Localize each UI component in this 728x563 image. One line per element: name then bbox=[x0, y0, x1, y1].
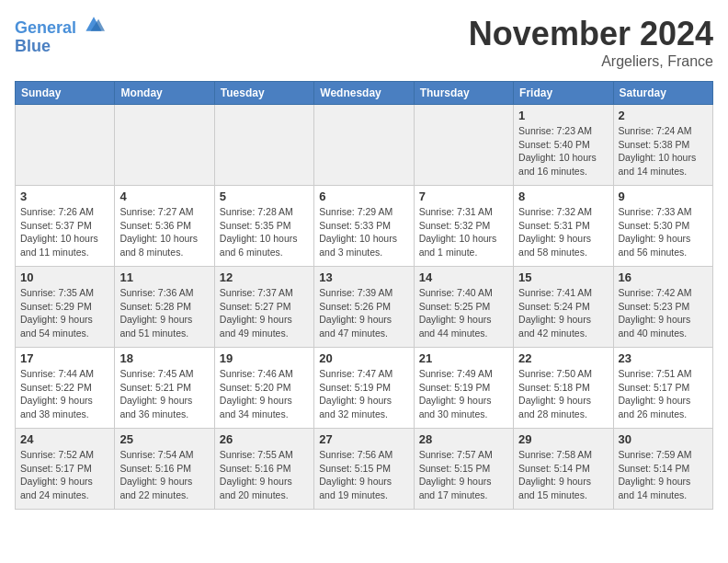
day-number: 4 bbox=[119, 190, 209, 203]
calendar-header-row: SundayMondayTuesdayWednesdayThursdayFrid… bbox=[16, 82, 713, 105]
day-info: Sunrise: 7:51 AM Sunset: 5:17 PM Dayligh… bbox=[619, 367, 708, 421]
day-info: Sunrise: 7:49 AM Sunset: 5:19 PM Dayligh… bbox=[419, 367, 508, 421]
calendar-cell: 30Sunrise: 7:59 AM Sunset: 5:14 PM Dayli… bbox=[613, 429, 712, 510]
day-number: 8 bbox=[518, 190, 608, 203]
calendar-header-tuesday: Tuesday bbox=[214, 82, 313, 105]
calendar-cell: 13Sunrise: 7:39 AM Sunset: 5:26 PM Dayli… bbox=[314, 267, 414, 348]
day-number: 30 bbox=[619, 432, 708, 446]
day-info: Sunrise: 7:28 AM Sunset: 5:35 PM Dayligh… bbox=[220, 205, 309, 259]
calendar-cell bbox=[214, 105, 313, 186]
calendar-cell: 4Sunrise: 7:27 AM Sunset: 5:36 PM Daylig… bbox=[115, 186, 214, 267]
day-info: Sunrise: 7:56 AM Sunset: 5:15 PM Dayligh… bbox=[319, 448, 408, 502]
day-info: Sunrise: 7:54 AM Sunset: 5:16 PM Dayligh… bbox=[119, 448, 209, 502]
day-info: Sunrise: 7:47 AM Sunset: 5:19 PM Dayligh… bbox=[319, 367, 408, 421]
day-number: 13 bbox=[319, 270, 408, 284]
location: Argeliers, France bbox=[469, 53, 713, 70]
day-number: 23 bbox=[619, 351, 708, 365]
calendar-cell bbox=[115, 105, 214, 186]
calendar-cell: 2Sunrise: 7:24 AM Sunset: 5:38 PM Daylig… bbox=[613, 105, 712, 186]
calendar-cell: 9Sunrise: 7:33 AM Sunset: 5:30 PM Daylig… bbox=[613, 186, 712, 267]
day-number: 5 bbox=[220, 190, 309, 203]
calendar-cell: 7Sunrise: 7:31 AM Sunset: 5:32 PM Daylig… bbox=[414, 186, 513, 267]
calendar-cell: 24Sunrise: 7:52 AM Sunset: 5:17 PM Dayli… bbox=[16, 429, 115, 510]
day-number: 10 bbox=[20, 270, 109, 284]
calendar-header-friday: Friday bbox=[514, 82, 613, 105]
calendar-header-sunday: Sunday bbox=[16, 82, 115, 105]
logo-text: General Blue bbox=[15, 15, 105, 56]
day-info: Sunrise: 7:57 AM Sunset: 5:15 PM Dayligh… bbox=[419, 448, 508, 502]
calendar-header-wednesday: Wednesday bbox=[314, 82, 414, 105]
day-number: 29 bbox=[518, 432, 608, 446]
calendar-cell: 18Sunrise: 7:45 AM Sunset: 5:21 PM Dayli… bbox=[115, 348, 214, 429]
calendar-cell bbox=[16, 105, 115, 186]
calendar-cell: 21Sunrise: 7:49 AM Sunset: 5:19 PM Dayli… bbox=[414, 348, 513, 429]
day-info: Sunrise: 7:41 AM Sunset: 5:24 PM Dayligh… bbox=[518, 286, 608, 340]
day-number: 6 bbox=[319, 190, 408, 203]
calendar-cell: 14Sunrise: 7:40 AM Sunset: 5:25 PM Dayli… bbox=[414, 267, 513, 348]
calendar-week-row: 17Sunrise: 7:44 AM Sunset: 5:22 PM Dayli… bbox=[16, 348, 713, 429]
calendar-header-monday: Monday bbox=[115, 82, 214, 105]
day-number: 2 bbox=[619, 109, 708, 122]
calendar-cell: 8Sunrise: 7:32 AM Sunset: 5:31 PM Daylig… bbox=[514, 186, 613, 267]
day-info: Sunrise: 7:55 AM Sunset: 5:16 PM Dayligh… bbox=[220, 448, 309, 502]
day-number: 3 bbox=[20, 190, 109, 203]
day-info: Sunrise: 7:23 AM Sunset: 5:40 PM Dayligh… bbox=[518, 124, 608, 178]
day-number: 21 bbox=[419, 351, 508, 365]
calendar-header-thursday: Thursday bbox=[414, 82, 513, 105]
day-info: Sunrise: 7:29 AM Sunset: 5:33 PM Dayligh… bbox=[319, 205, 408, 259]
calendar-cell: 10Sunrise: 7:35 AM Sunset: 5:29 PM Dayli… bbox=[16, 267, 115, 348]
day-number: 11 bbox=[119, 270, 209, 284]
calendar-cell: 1Sunrise: 7:23 AM Sunset: 5:40 PM Daylig… bbox=[514, 105, 613, 186]
calendar-cell: 26Sunrise: 7:55 AM Sunset: 5:16 PM Dayli… bbox=[214, 429, 313, 510]
day-info: Sunrise: 7:39 AM Sunset: 5:26 PM Dayligh… bbox=[319, 286, 408, 340]
page-header: General Blue November 2024 Argeliers, Fr… bbox=[15, 15, 713, 70]
day-number: 17 bbox=[20, 351, 109, 365]
day-number: 28 bbox=[419, 432, 508, 446]
day-number: 14 bbox=[419, 270, 508, 284]
day-info: Sunrise: 7:31 AM Sunset: 5:32 PM Dayligh… bbox=[419, 205, 508, 259]
day-number: 1 bbox=[518, 109, 608, 122]
day-number: 12 bbox=[220, 270, 309, 284]
logo: General Blue bbox=[15, 15, 105, 56]
day-number: 16 bbox=[619, 270, 708, 284]
calendar-cell bbox=[314, 105, 414, 186]
calendar-week-row: 1Sunrise: 7:23 AM Sunset: 5:40 PM Daylig… bbox=[16, 105, 713, 186]
calendar-week-row: 10Sunrise: 7:35 AM Sunset: 5:29 PM Dayli… bbox=[16, 267, 713, 348]
logo-general: General bbox=[15, 18, 76, 37]
day-info: Sunrise: 7:24 AM Sunset: 5:38 PM Dayligh… bbox=[619, 124, 708, 178]
day-info: Sunrise: 7:40 AM Sunset: 5:25 PM Dayligh… bbox=[419, 286, 508, 340]
day-info: Sunrise: 7:36 AM Sunset: 5:28 PM Dayligh… bbox=[119, 286, 209, 340]
day-info: Sunrise: 7:59 AM Sunset: 5:14 PM Dayligh… bbox=[619, 448, 708, 502]
calendar-cell: 20Sunrise: 7:47 AM Sunset: 5:19 PM Dayli… bbox=[314, 348, 414, 429]
calendar-cell: 27Sunrise: 7:56 AM Sunset: 5:15 PM Dayli… bbox=[314, 429, 414, 510]
calendar-cell: 25Sunrise: 7:54 AM Sunset: 5:16 PM Dayli… bbox=[115, 429, 214, 510]
day-info: Sunrise: 7:46 AM Sunset: 5:20 PM Dayligh… bbox=[220, 367, 309, 421]
calendar-cell: 5Sunrise: 7:28 AM Sunset: 5:35 PM Daylig… bbox=[214, 186, 313, 267]
calendar-table: SundayMondayTuesdayWednesdayThursdayFrid… bbox=[15, 81, 713, 510]
day-number: 26 bbox=[220, 432, 309, 446]
calendar-cell: 29Sunrise: 7:58 AM Sunset: 5:14 PM Dayli… bbox=[514, 429, 613, 510]
day-number: 25 bbox=[119, 432, 209, 446]
calendar-cell: 3Sunrise: 7:26 AM Sunset: 5:37 PM Daylig… bbox=[16, 186, 115, 267]
day-number: 27 bbox=[319, 432, 408, 446]
calendar-cell: 6Sunrise: 7:29 AM Sunset: 5:33 PM Daylig… bbox=[314, 186, 414, 267]
calendar-cell bbox=[414, 105, 513, 186]
day-info: Sunrise: 7:35 AM Sunset: 5:29 PM Dayligh… bbox=[20, 286, 109, 340]
day-info: Sunrise: 7:52 AM Sunset: 5:17 PM Dayligh… bbox=[20, 448, 109, 502]
day-number: 22 bbox=[518, 351, 608, 365]
day-number: 19 bbox=[220, 351, 309, 365]
calendar-week-row: 3Sunrise: 7:26 AM Sunset: 5:37 PM Daylig… bbox=[16, 186, 713, 267]
calendar-cell: 15Sunrise: 7:41 AM Sunset: 5:24 PM Dayli… bbox=[514, 267, 613, 348]
calendar-cell: 16Sunrise: 7:42 AM Sunset: 5:23 PM Dayli… bbox=[613, 267, 712, 348]
day-info: Sunrise: 7:45 AM Sunset: 5:21 PM Dayligh… bbox=[119, 367, 209, 421]
day-number: 15 bbox=[518, 270, 608, 284]
title-block: November 2024 Argeliers, France bbox=[469, 15, 713, 70]
month-title: November 2024 bbox=[469, 15, 713, 53]
day-number: 7 bbox=[419, 190, 508, 203]
day-number: 20 bbox=[319, 351, 408, 365]
calendar-week-row: 24Sunrise: 7:52 AM Sunset: 5:17 PM Dayli… bbox=[16, 429, 713, 510]
calendar-cell: 28Sunrise: 7:57 AM Sunset: 5:15 PM Dayli… bbox=[414, 429, 513, 510]
day-info: Sunrise: 7:58 AM Sunset: 5:14 PM Dayligh… bbox=[518, 448, 608, 502]
logo-icon bbox=[83, 15, 105, 33]
calendar-cell: 22Sunrise: 7:50 AM Sunset: 5:18 PM Dayli… bbox=[514, 348, 613, 429]
